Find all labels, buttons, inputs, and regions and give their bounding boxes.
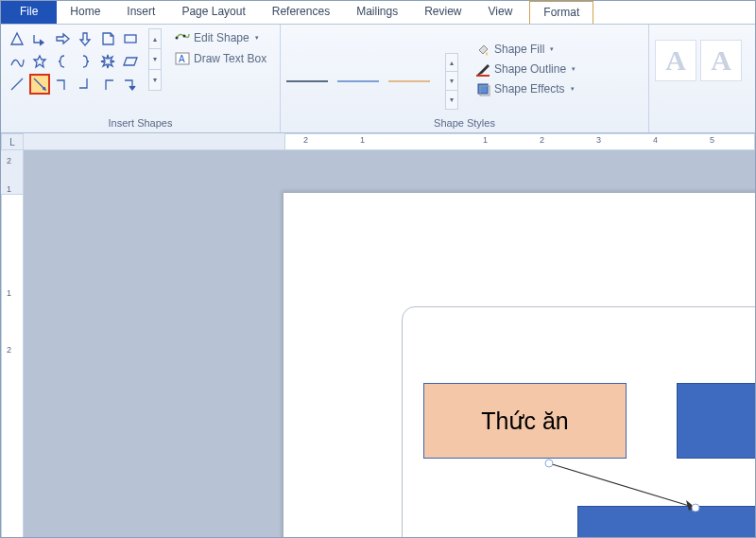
shape-isoceles-triangle[interactable] — [7, 28, 27, 49]
gallery-down[interactable]: ▾ — [148, 49, 162, 70]
gallery-more[interactable]: ▾ — [148, 70, 162, 91]
group-shape-styles-label: Shape Styles — [281, 115, 648, 132]
draw-text-box-button[interactable]: A Draw Text Box — [171, 49, 270, 68]
style-down[interactable]: ▾ — [445, 72, 458, 91]
shape-document[interactable] — [97, 28, 118, 49]
svg-rect-0 — [125, 35, 136, 43]
horizontal-ruler[interactable]: 2 1 1 2 3 4 5 6 — [24, 133, 755, 150]
shape-fill-button[interactable]: Shape Fill▾ — [472, 40, 579, 59]
shape-freeform[interactable] — [7, 51, 27, 72]
wordart-style-1[interactable]: A — [655, 40, 696, 81]
ruler-corner: L — [1, 133, 24, 150]
tab-mailings[interactable]: Mailings — [343, 1, 411, 24]
bucket-icon — [475, 42, 490, 57]
svg-text:A: A — [179, 54, 185, 64]
dropdown-icon: ▾ — [571, 85, 575, 93]
tab-format[interactable]: Format — [529, 1, 593, 24]
text-box-icon: A — [175, 51, 190, 66]
document-area[interactable]: Thức ăn — [24, 150, 755, 537]
shape-effects-label: Shape Effects — [494, 82, 565, 95]
shape-fill-label: Shape Fill — [494, 43, 544, 56]
gallery-scroll: ▴ ▾ ▾ — [148, 28, 162, 91]
edit-shape-icon — [175, 30, 190, 45]
svg-point-4 — [183, 35, 186, 38]
style-sample-3[interactable] — [388, 80, 430, 82]
tab-insert[interactable]: Insert — [113, 1, 168, 24]
style-sample-2[interactable] — [337, 80, 379, 82]
edit-shape-button[interactable]: Edit Shape▾ — [171, 28, 270, 47]
draw-text-box-label: Draw Text Box — [194, 52, 266, 65]
wordart-style-2[interactable]: A — [700, 40, 742, 81]
page[interactable]: Thức ăn — [284, 193, 755, 537]
dropdown-icon: ▾ — [255, 34, 259, 42]
dropdown-icon: ▾ — [572, 65, 576, 73]
tab-view[interactable]: View — [475, 1, 526, 24]
gallery-up[interactable]: ▴ — [148, 28, 162, 49]
shape-elbow-arrow[interactable] — [120, 74, 141, 95]
text-box-shape[interactable]: Thức ăn — [423, 383, 627, 459]
shape-elbow-up[interactable] — [75, 74, 95, 95]
shape-outline-button[interactable]: Shape Outline▾ — [472, 60, 579, 78]
ribbon-tabs: File Home Insert Page Layout References … — [1, 1, 755, 25]
tab-references[interactable]: References — [259, 1, 343, 24]
shape-star[interactable] — [29, 51, 50, 72]
dropdown-icon: ▾ — [550, 45, 554, 53]
arrow-connector[interactable] — [544, 459, 705, 515]
pen-icon — [475, 61, 490, 77]
tab-review[interactable]: Review — [411, 1, 474, 24]
svg-line-10 — [549, 463, 696, 508]
edit-shape-label: Edit Shape — [194, 31, 249, 44]
svg-point-3 — [176, 37, 179, 40]
shape-line[interactable] — [7, 74, 27, 95]
tab-page-layout[interactable]: Page Layout — [168, 1, 258, 24]
group-shape-styles: ▴ ▾ ▾ Shape Fill▾ Shape Outline▾ Shape E… — [281, 25, 649, 132]
shape-down-arrow[interactable] — [75, 28, 95, 49]
drawing-canvas[interactable]: Thức ăn — [402, 306, 755, 537]
style-up[interactable]: ▴ — [445, 53, 458, 72]
vertical-ruler[interactable]: 2 1 1 2 — [1, 150, 24, 537]
style-sample-1[interactable] — [286, 80, 328, 82]
shape-gallery — [7, 28, 141, 95]
shape-flowchart-process[interactable] — [120, 28, 141, 49]
shape-elbow-left[interactable] — [97, 74, 118, 95]
svg-point-12 — [692, 504, 699, 512]
shape-flowchart-data[interactable] — [120, 51, 141, 72]
style-more[interactable]: ▾ — [445, 91, 458, 110]
ribbon: ▴ ▾ ▾ Edit Shape▾ A Draw Text Box Insert… — [1, 25, 755, 133]
shape-right-brace[interactable] — [75, 51, 95, 72]
shape-left-brace[interactable] — [52, 51, 73, 72]
shape-text: Thức ăn — [481, 408, 568, 435]
group-insert-shapes: ▴ ▾ ▾ Edit Shape▾ A Draw Text Box Insert… — [1, 25, 281, 132]
shape-effects-button[interactable]: Shape Effects▾ — [472, 79, 579, 98]
group-insert-shapes-label: Insert Shapes — [1, 115, 280, 132]
shape-explosion[interactable] — [97, 51, 118, 72]
shape-line-arrow[interactable] — [29, 74, 50, 95]
svg-rect-7 — [476, 75, 490, 77]
svg-point-11 — [545, 460, 553, 467]
tab-home[interactable]: Home — [57, 1, 113, 24]
style-gallery[interactable]: ▴ ▾ ▾ — [286, 28, 458, 110]
shape-right-arrow[interactable] — [52, 28, 73, 49]
group-wordart-styles: A A — [649, 25, 755, 132]
shape-elbow-down[interactable] — [52, 74, 73, 95]
shape-outline-label: Shape Outline — [494, 62, 566, 76]
tab-file[interactable]: File — [1, 1, 57, 24]
svg-line-1 — [11, 78, 23, 90]
effects-icon — [475, 81, 490, 96]
shape-elbow-arrow-right[interactable] — [29, 28, 50, 49]
blue-rectangle-1[interactable] — [677, 383, 755, 459]
